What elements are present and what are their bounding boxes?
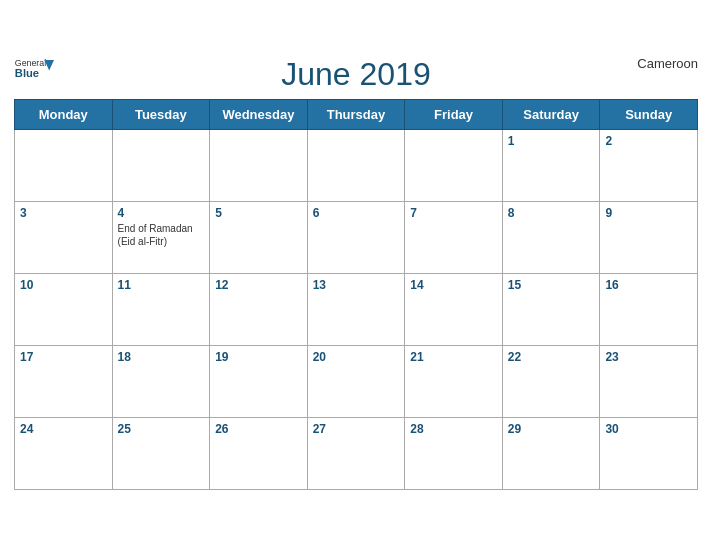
day-number: 15: [508, 278, 595, 292]
calendar-week-row: 34End of Ramadan (Eid al-Fitr)56789: [15, 202, 698, 274]
calendar-cell: 23: [600, 346, 698, 418]
col-sunday: Sunday: [600, 100, 698, 130]
holiday-text: End of Ramadan (Eid al-Fitr): [118, 222, 205, 248]
day-number: 10: [20, 278, 107, 292]
calendar-cell: 27: [307, 418, 405, 490]
calendar-week-row: 24252627282930: [15, 418, 698, 490]
col-wednesday: Wednesday: [210, 100, 308, 130]
day-number: 13: [313, 278, 400, 292]
day-number: 30: [605, 422, 692, 436]
calendar-cell: 24: [15, 418, 113, 490]
day-number: 6: [313, 206, 400, 220]
calendar-cell: 6: [307, 202, 405, 274]
col-monday: Monday: [15, 100, 113, 130]
day-number: 19: [215, 350, 302, 364]
day-number: 11: [118, 278, 205, 292]
day-number: 3: [20, 206, 107, 220]
calendar-table: Monday Tuesday Wednesday Thursday Friday…: [14, 99, 698, 490]
calendar-cell: 19: [210, 346, 308, 418]
day-number: 29: [508, 422, 595, 436]
calendar-cell: 26: [210, 418, 308, 490]
day-number: 28: [410, 422, 497, 436]
calendar-cell: 11: [112, 274, 210, 346]
calendar-week-row: 10111213141516: [15, 274, 698, 346]
calendar-cell: 7: [405, 202, 503, 274]
calendar-cell: [307, 130, 405, 202]
day-number: 26: [215, 422, 302, 436]
calendar-cell: 3: [15, 202, 113, 274]
calendar-wrapper: General Blue June 2019 Cameroon Monday T…: [0, 46, 712, 504]
day-number: 12: [215, 278, 302, 292]
calendar-cell: 20: [307, 346, 405, 418]
day-number: 24: [20, 422, 107, 436]
calendar-cell: [15, 130, 113, 202]
day-number: 17: [20, 350, 107, 364]
day-number: 20: [313, 350, 400, 364]
calendar-cell: 1: [502, 130, 600, 202]
day-number: 22: [508, 350, 595, 364]
logo-icon: General Blue: [14, 56, 54, 84]
calendar-week-row: 12: [15, 130, 698, 202]
calendar-cell: 29: [502, 418, 600, 490]
calendar-cell: 18: [112, 346, 210, 418]
calendar-cell: [405, 130, 503, 202]
col-thursday: Thursday: [307, 100, 405, 130]
col-saturday: Saturday: [502, 100, 600, 130]
calendar-cell: 4End of Ramadan (Eid al-Fitr): [112, 202, 210, 274]
calendar-cell: 10: [15, 274, 113, 346]
calendar-cell: 12: [210, 274, 308, 346]
calendar-cell: 13: [307, 274, 405, 346]
calendar-cell: [210, 130, 308, 202]
calendar-cell: 22: [502, 346, 600, 418]
calendar-header: General Blue June 2019 Cameroon: [14, 56, 698, 93]
calendar-cell: 5: [210, 202, 308, 274]
calendar-cell: 15: [502, 274, 600, 346]
calendar-cell: 30: [600, 418, 698, 490]
svg-text:Blue: Blue: [15, 67, 39, 79]
day-number: 14: [410, 278, 497, 292]
calendar-cell: 25: [112, 418, 210, 490]
day-number: 16: [605, 278, 692, 292]
day-number: 4: [118, 206, 205, 220]
col-friday: Friday: [405, 100, 503, 130]
day-number: 27: [313, 422, 400, 436]
calendar-cell: [112, 130, 210, 202]
day-number: 21: [410, 350, 497, 364]
day-number: 8: [508, 206, 595, 220]
calendar-cell: 28: [405, 418, 503, 490]
weekday-header-row: Monday Tuesday Wednesday Thursday Friday…: [15, 100, 698, 130]
country-label: Cameroon: [637, 56, 698, 71]
calendar-week-row: 17181920212223: [15, 346, 698, 418]
calendar-title: June 2019: [281, 56, 430, 93]
day-number: 9: [605, 206, 692, 220]
day-number: 5: [215, 206, 302, 220]
calendar-cell: 17: [15, 346, 113, 418]
calendar-cell: 14: [405, 274, 503, 346]
day-number: 1: [508, 134, 595, 148]
day-number: 25: [118, 422, 205, 436]
col-tuesday: Tuesday: [112, 100, 210, 130]
calendar-cell: 21: [405, 346, 503, 418]
calendar-thead: Monday Tuesday Wednesday Thursday Friday…: [15, 100, 698, 130]
day-number: 18: [118, 350, 205, 364]
calendar-cell: 2: [600, 130, 698, 202]
day-number: 7: [410, 206, 497, 220]
calendar-cell: 16: [600, 274, 698, 346]
day-number: 2: [605, 134, 692, 148]
day-number: 23: [605, 350, 692, 364]
logo-area: General Blue: [14, 56, 54, 84]
calendar-cell: 8: [502, 202, 600, 274]
calendar-cell: 9: [600, 202, 698, 274]
calendar-body: 1234End of Ramadan (Eid al-Fitr)56789101…: [15, 130, 698, 490]
